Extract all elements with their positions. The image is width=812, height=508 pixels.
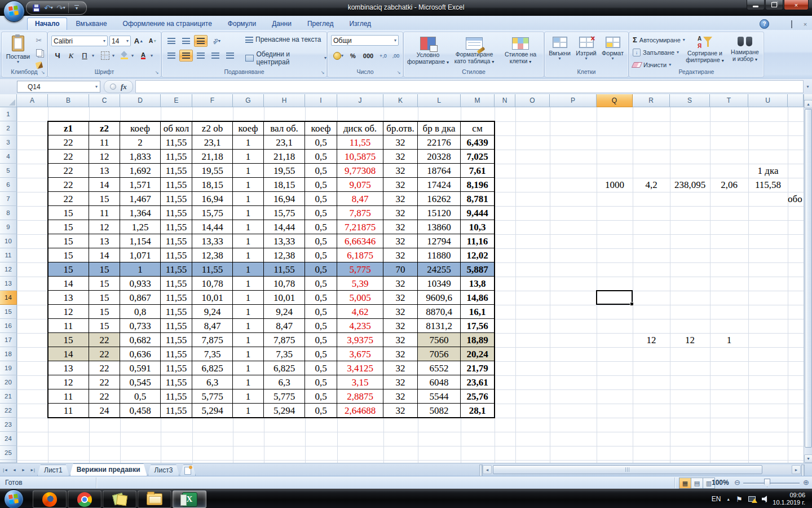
cell-L19[interactable]: 6552 <box>418 361 461 375</box>
cell-I2[interactable]: коеф <box>305 121 337 135</box>
cell-E10[interactable]: 11,55 <box>161 234 192 248</box>
tab-page-layout[interactable]: Оформление на страниците <box>116 18 219 30</box>
borders-button[interactable] <box>99 50 111 62</box>
cell-M16[interactable]: 17,56 <box>461 319 495 333</box>
cell-L13[interactable]: 10349 <box>418 277 461 291</box>
cell-K3[interactable]: 32 <box>383 135 418 150</box>
number-format-combo[interactable]: Общи▾ <box>331 35 399 46</box>
tab-insert[interactable]: Вмъкване <box>68 18 114 30</box>
cell-D12[interactable]: 1 <box>120 262 161 277</box>
cell-J5[interactable]: 9,77308 <box>337 164 383 178</box>
cell-H10[interactable]: 13,33 <box>264 234 305 248</box>
cell-J18[interactable]: 3,675 <box>337 347 383 361</box>
cell-K5[interactable]: 32 <box>383 164 418 178</box>
cell-J3[interactable]: 11,55 <box>337 135 383 150</box>
cell-T6[interactable]: 2,06 <box>710 178 748 192</box>
cell-G7[interactable]: 1 <box>233 192 264 206</box>
formula-input[interactable] <box>135 80 804 93</box>
taskbar-sticky-notes-button[interactable] <box>103 491 136 508</box>
col-header-L[interactable]: L <box>418 94 461 107</box>
cell-I17[interactable]: 0,5 <box>305 333 337 347</box>
col-header-N[interactable]: N <box>495 94 515 107</box>
sheet-tab-list1[interactable]: Лист1 <box>37 465 69 476</box>
cell-J21[interactable]: 2,8875 <box>337 389 383 404</box>
col-header-A[interactable]: A <box>17 94 48 107</box>
cell-F20[interactable]: 6,3 <box>192 375 233 389</box>
cell-C4[interactable]: 12 <box>89 150 120 164</box>
tab-view[interactable]: Изглед <box>342 18 378 30</box>
cell-H21[interactable]: 5,775 <box>264 389 305 404</box>
restore-button[interactable] <box>765 0 783 10</box>
row-header-1[interactable]: 1 <box>0 107 17 121</box>
cell-G21[interactable]: 1 <box>233 389 264 404</box>
cell-H15[interactable]: 9,24 <box>264 305 305 319</box>
col-header-U[interactable]: U <box>748 94 788 107</box>
cell-F10[interactable]: 13,33 <box>192 234 233 248</box>
scroll-up-button[interactable]: ▲ <box>804 100 812 108</box>
col-header-C[interactable]: C <box>89 94 120 107</box>
cell-B2[interactable]: z1 <box>48 121 89 135</box>
cell-I15[interactable]: 0,5 <box>305 305 337 319</box>
cell-B19[interactable]: 13 <box>48 361 89 375</box>
col-header-I[interactable]: I <box>305 94 337 107</box>
cell-I16[interactable]: 0,5 <box>305 319 337 333</box>
worksheet-grid[interactable]: ABCDEFGHIJKLMNOPQRSTU1234567891011121314… <box>0 94 804 463</box>
close-button[interactable]: × <box>784 0 809 10</box>
cell-H11[interactable]: 12,38 <box>264 248 305 262</box>
cell-F14[interactable]: 10,01 <box>192 291 233 305</box>
cell-D3[interactable]: 2 <box>120 135 161 150</box>
col-header-V[interactable] <box>788 94 804 107</box>
cell-C14[interactable]: 15 <box>89 291 120 305</box>
cell-B15[interactable]: 12 <box>48 305 89 319</box>
cell-I4[interactable]: 0,5 <box>305 150 337 164</box>
cell-M3[interactable]: 6,439 <box>461 135 495 150</box>
row-header-20[interactable]: 20 <box>0 375 17 389</box>
cell-F4[interactable]: 21,18 <box>192 150 233 164</box>
col-header-S[interactable]: S <box>670 94 710 107</box>
next-sheet-button[interactable]: ► <box>19 465 28 474</box>
cell-M5[interactable]: 7,61 <box>461 164 495 178</box>
orientation-button[interactable]: ab▾ <box>209 35 224 47</box>
cell-H20[interactable]: 6,3 <box>264 375 305 389</box>
underline-button[interactable]: П <box>78 50 91 62</box>
col-header-T[interactable]: T <box>710 94 748 107</box>
cell-L12[interactable]: 24255 <box>418 262 461 277</box>
row-header-18[interactable]: 18 <box>0 347 17 361</box>
row-header-17[interactable]: 17 <box>0 333 17 347</box>
cell-E18[interactable]: 11,55 <box>161 347 192 361</box>
cell-C20[interactable]: 22 <box>89 375 120 389</box>
cell-H22[interactable]: 5,294 <box>264 404 305 418</box>
taskbar-explorer-button[interactable] <box>138 491 171 508</box>
cell-M17[interactable]: 18,89 <box>461 333 495 347</box>
cell-I12[interactable]: 0,5 <box>305 262 337 277</box>
cell-L20[interactable]: 6048 <box>418 375 461 389</box>
cell-I22[interactable]: 0,5 <box>305 404 337 418</box>
zoom-in-button[interactable]: ⊕ <box>803 478 809 487</box>
col-header-K[interactable]: K <box>383 94 418 107</box>
cell-F19[interactable]: 6,825 <box>192 361 233 375</box>
insert-function-button[interactable]: fx <box>104 80 133 93</box>
select-all-corner[interactable] <box>0 94 17 107</box>
cell-F13[interactable]: 10,78 <box>192 277 233 291</box>
cell-G19[interactable]: 1 <box>233 361 264 375</box>
row-header-19[interactable]: 19 <box>0 361 17 375</box>
cell-D20[interactable]: 0,545 <box>120 375 161 389</box>
cell-E9[interactable]: 11,55 <box>161 220 192 234</box>
row-header-7[interactable]: 7 <box>0 192 17 206</box>
cell-E21[interactable]: 11,55 <box>161 389 192 404</box>
zoom-slider-track[interactable] <box>743 483 800 484</box>
cell-L4[interactable]: 20328 <box>418 150 461 164</box>
cell-G20[interactable]: 1 <box>233 375 264 389</box>
cell-I7[interactable]: 0,5 <box>305 192 337 206</box>
cell-G18[interactable]: 1 <box>233 347 264 361</box>
col-header-P[interactable]: P <box>550 94 597 107</box>
cell-H6[interactable]: 18,15 <box>264 178 305 192</box>
cell-E16[interactable]: 11,55 <box>161 319 192 333</box>
col-header-R[interactable]: R <box>633 94 670 107</box>
number-dialog-launcher[interactable]: ↘ <box>395 69 402 76</box>
cell-H2[interactable]: вал об. <box>264 121 305 135</box>
cell-D22[interactable]: 0,458 <box>120 404 161 418</box>
col-header-Q[interactable]: Q <box>597 94 633 107</box>
cell-E22[interactable]: 11,55 <box>161 404 192 418</box>
row-header-14[interactable]: 14 <box>0 291 17 305</box>
